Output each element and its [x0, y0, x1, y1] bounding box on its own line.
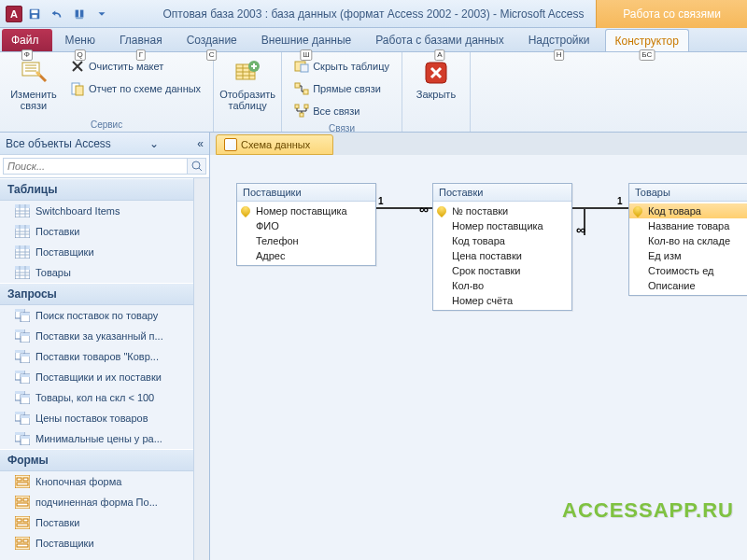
table-field[interactable]: Ед изм [629, 248, 747, 263]
nav-category[interactable]: Запросы⌃ [0, 283, 209, 305]
nav-item[interactable]: Цены поставок товаров [0, 408, 209, 428]
edit-relations-button[interactable]: Изменить связи [7, 56, 60, 114]
qat-undo-button[interactable] [47, 4, 67, 24]
svg-rect-38 [21, 354, 30, 357]
file-tab[interactable]: Файл Ф [2, 29, 52, 51]
qat-redo-button[interactable] [69, 4, 90, 24]
svg-rect-2 [32, 14, 36, 18]
query-icon [15, 432, 30, 445]
nav-scrollbar[interactable] [193, 178, 209, 560]
search-button[interactable] [188, 158, 206, 175]
qat-save-button[interactable] [24, 4, 45, 24]
table-field[interactable]: Срок поставки [433, 263, 571, 278]
svg-rect-15 [304, 105, 308, 108]
nav-item-label: Поставки за указанный п... [35, 330, 163, 342]
nav-item[interactable]: Товары, кол на скл < 100 [0, 387, 209, 408]
tab-Внешние данные[interactable]: Внешние данныеШ [252, 29, 361, 51]
nav-item[interactable]: Товары [0, 262, 209, 283]
table-field[interactable]: Код товара [433, 233, 571, 248]
table-box[interactable]: ТоварыКод товараНазвание товараКол-во на… [628, 183, 747, 296]
svg-rect-3 [76, 9, 79, 17]
close-button[interactable]: Закрыть [410, 56, 462, 103]
qat-customize-button[interactable] [92, 4, 112, 24]
table-field[interactable]: Стоимость ед [629, 263, 747, 278]
table-box[interactable]: ПоставщикиНомер поставщикаФИОТелефонАдре… [236, 183, 376, 266]
nav-item[interactable]: Поиск поставок по товару [0, 305, 209, 326]
table-field[interactable]: Описание [629, 278, 747, 293]
group-label: Сервис [7, 118, 205, 130]
table-title: Поставщики [237, 184, 375, 202]
main-area: Все объекты Access ⌄ « Таблицы⌃Switchboa… [0, 133, 747, 560]
group-label [410, 128, 462, 130]
svg-rect-53 [15, 432, 24, 435]
nav-item[interactable]: Поставщики [0, 533, 209, 553]
table-icon [15, 266, 30, 279]
table-field[interactable]: Кол-во на складе [629, 233, 747, 248]
context-tab-group: Работа со связями [596, 0, 747, 28]
relation-report-button[interactable]: Отчет по схеме данных [65, 78, 205, 99]
category-label: Таблицы [7, 183, 57, 196]
svg-point-18 [192, 161, 200, 169]
nav-item-label: Поставщики и их поставки [35, 371, 162, 383]
nav-item[interactable]: Поставки за указанный п... [0, 326, 209, 346]
btn-label: Все связи [313, 105, 359, 117]
file-tab-label: Файл [11, 34, 39, 47]
table-field[interactable]: Адрес [237, 248, 375, 263]
table-icon [15, 204, 30, 217]
svg-rect-68 [17, 539, 21, 542]
all-relations-button[interactable]: Все связи [289, 101, 394, 121]
tab-Создание[interactable]: СозданиеС [177, 29, 247, 51]
collapse-icon[interactable]: « [197, 137, 204, 150]
svg-rect-60 [17, 498, 21, 501]
nav-header[interactable]: Все объекты Access ⌄ « [0, 133, 209, 155]
direct-relations-button[interactable]: Прямые связи [289, 78, 394, 99]
form-icon [15, 537, 30, 550]
svg-rect-33 [15, 329, 24, 332]
table-field[interactable]: Телефон [237, 233, 375, 248]
table-field[interactable]: ФИО [237, 218, 375, 233]
table-field[interactable]: Название товара [629, 218, 747, 233]
tab-Главная[interactable]: ГлавнаяГ [110, 29, 172, 51]
tab-Меню[interactable]: МенюQ [56, 29, 105, 51]
nav-item[interactable]: Поставщики [0, 242, 209, 262]
show-table-button[interactable]: Отобразить таблицу [221, 56, 274, 114]
relationship-canvas[interactable]: ACCESSAPP.RU ПоставщикиНомер поставщикаФ… [210, 155, 747, 560]
category-label: Формы [7, 454, 49, 467]
nav-item[interactable]: Поставщики и их поставки [0, 367, 209, 387]
tab-Конструктор[interactable]: КонструкторБС [605, 29, 689, 51]
table-box[interactable]: Поставки№ поставкиНомер поставщикаКод то… [432, 183, 572, 311]
svg-rect-59 [15, 496, 30, 509]
table-field[interactable]: Номер поставщика [237, 203, 375, 218]
tab-Надстройки[interactable]: НадстройкиН [519, 29, 599, 51]
table-field[interactable]: № поставки [433, 203, 571, 218]
nav-category[interactable]: Таблицы⌃ [0, 178, 209, 201]
table-field[interactable]: Номер счёта [433, 293, 571, 308]
btn-label: Отобразить таблицу [219, 89, 275, 111]
tab-label: Конструктор [615, 35, 679, 48]
nav-item[interactable]: Поставки [0, 221, 209, 242]
table-field[interactable]: Номер поставщика [433, 218, 571, 233]
nav-item[interactable]: подчиненная форма По... [0, 492, 209, 512]
report-icon [70, 81, 85, 96]
nav-item[interactable]: Switchboard Items [0, 201, 209, 221]
nav-item[interactable]: Кнопочная форма [0, 471, 209, 492]
nav-item[interactable]: Минимальные цены у ра... [0, 428, 209, 449]
svg-rect-16 [300, 113, 303, 117]
search-input[interactable] [3, 158, 188, 175]
title-bar: A Оптовая база 2003 : база данных (форма… [0, 0, 747, 28]
nav-item[interactable]: Поставки [0, 512, 209, 533]
tab-Работа с базами данных[interactable]: Работа с базами данныхА [366, 29, 513, 51]
table-field[interactable]: Кол-во [433, 278, 571, 293]
svg-rect-12 [295, 83, 300, 88]
nav-item-label: Товары [35, 267, 71, 278]
svg-rect-58 [17, 483, 28, 485]
svg-rect-65 [23, 519, 28, 522]
tab-label: Главная [120, 34, 162, 47]
document-tab[interactable]: Схема данных [216, 134, 333, 155]
btn-label: Очистить макет [89, 61, 163, 72]
nav-category[interactable]: Формы⌃ [0, 449, 209, 471]
table-field[interactable]: Код товара [629, 203, 747, 218]
nav-item[interactable]: Поставки товаров "Ковр... [0, 346, 209, 367]
table-field[interactable]: Цена поставки [433, 248, 571, 263]
quick-access-toolbar: A [0, 4, 112, 24]
